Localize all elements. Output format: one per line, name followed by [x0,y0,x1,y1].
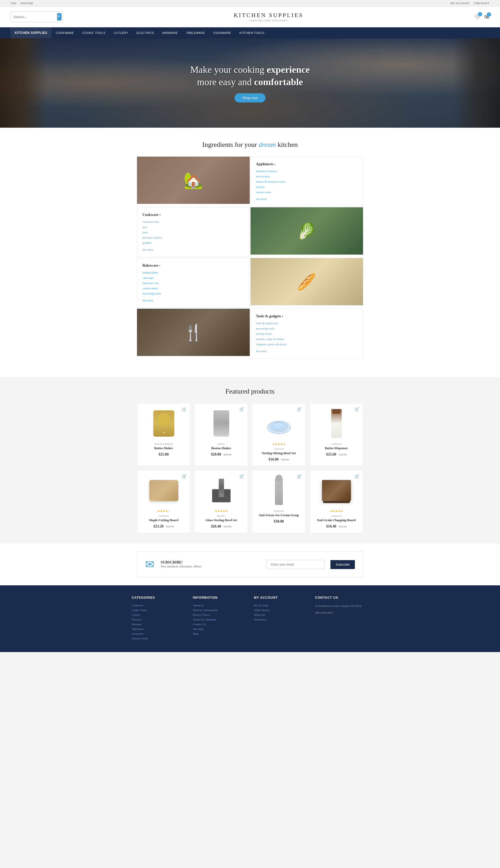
tools-title[interactable]: Tools & gadgets › [256,314,358,318]
add-to-cart-cutting-board[interactable]: 🛒 [182,474,187,479]
bakeware-see-more[interactable]: See more [143,299,153,302]
footer-info-blog[interactable]: Blog [193,632,246,635]
glass-bowl-stars: ★★★★★ [199,509,243,513]
hero-highlight1: experience [267,64,310,75]
nav-item-kitchen-tools[interactable]: Kitchen Tools [235,27,269,38]
cookware-link-pressure[interactable]: pressure cookers [143,236,162,239]
appliances-links: blenders & juicers microwaves mixers & f… [256,169,358,194]
appliances-link-toaster-ovens[interactable]: toaster ovens [256,190,271,193]
nav-item-cutlery[interactable]: Cutlery [110,27,133,38]
footer-account-newsletter[interactable]: Newsletter [254,618,307,621]
footer-cat-electrics[interactable]: Electrics [132,618,185,621]
footer-account-wish-list[interactable]: Wish List [254,613,307,616]
boston-shaker-category: cutlery [199,443,243,445]
cookware-link-pots[interactable]: pots [143,225,147,228]
brand-name: KITCHEN SUPPLIES [234,12,303,19]
ice-cream-scoop-name: Anti-Freeze-Ice-Cream-Scoop [257,513,301,517]
add-to-cart-butter-maker[interactable]: 🛒 [182,407,187,412]
cart-icon-btn[interactable]: 🛍 0 [484,14,489,20]
cookware-title[interactable]: Cookware › [143,213,244,217]
add-to-cart-chopping-board[interactable]: 🛒 [354,474,360,479]
bakeware-link-cookie[interactable]: cookie sheets [143,286,158,290]
product-cutting-board: 🛒 ★★★★★ cookware Maple-Cutting-Board $23… [137,470,190,533]
ice-cream-scoop-image [257,475,301,506]
footer-info-sitemap[interactable]: Site Map [193,627,246,631]
language-selector[interactable]: ENGLISH [21,2,33,5]
tools-link-mixing[interactable]: mixing bowls [256,332,272,335]
appliances-link-toasters[interactable]: toasters [256,185,265,188]
bakeware-link-cake-pans[interactable]: cake pans [143,276,154,279]
footer-cat-kitchen-tools[interactable]: Kitchen Tools [132,637,185,640]
tools-link-utensil[interactable]: tools & utensil sets [256,321,278,325]
cookware-link-sets[interactable]: cookware sets [143,220,159,223]
butter-maker-category: stock & multipots [141,443,186,445]
footer-info-privacy[interactable]: Privacy Policy [193,613,246,616]
main-content: Ingredients for your dream kitchen 🏡 App… [0,128,500,585]
appliances-link-mixers[interactable]: mixers & food processors [256,180,286,183]
search-input[interactable] [13,15,56,19]
bakeware-link-decorating[interactable]: decorating tools [143,292,161,295]
cookware-see-more[interactable]: See more [143,248,153,251]
footer-cat-cutlery[interactable]: Cutlery [132,613,185,616]
appliances-link-microwaves[interactable]: microwaves [256,175,270,178]
cookware-link-griddles[interactable]: griddles [143,241,152,244]
appliances-see-more[interactable]: See more [256,197,267,200]
footer-my-account-title: MY ACCOUNT [254,596,307,599]
footer-info-delivery[interactable]: Delivery Information [193,608,246,612]
search-button[interactable]: 🔍 [57,13,61,21]
footer-info-contact[interactable]: Contact Us [193,623,246,626]
featured-title: Featured products [11,387,489,395]
bakeware-link-dishes[interactable]: baking dishes [143,271,158,274]
bakeware-title[interactable]: Bakeware › [143,263,244,268]
search-box[interactable]: 🔍 [11,11,63,22]
nav-item-tableware[interactable]: Tableware [182,27,209,38]
footer-cat-cookware[interactable]: Cookware [132,604,185,607]
top-bar-right: MY ACCOUNT CHECKOUT [450,2,489,5]
add-to-cart-nesting-bowl[interactable]: 🛒 [297,407,302,412]
nav-item-cookware[interactable]: Cookware [52,27,78,38]
categories-grid: 🏡 Appliances › blenders & juicers microw… [137,156,363,359]
checkout-link[interactable]: CHECKOUT [474,2,489,5]
add-to-cart-butter-dispenser[interactable]: 🛒 [354,407,360,412]
footer-cat-ovenware[interactable]: Ovenware [132,632,185,635]
nav-item-cooks-tools[interactable]: Cooks' Tools [78,27,110,38]
search-icon: 🔍 [57,15,61,19]
appliances-title[interactable]: Appliances › [256,162,358,166]
add-to-cart-ice-cream-scoop[interactable]: 🛒 [297,474,302,479]
tools-link-utensils[interactable]: utensils, tongs & whisks [256,337,284,340]
footer-account-order-history[interactable]: Order History [254,608,307,612]
tools-link-measuring[interactable]: measuring tools [256,327,274,330]
nav-item-electrics[interactable]: Electrics [132,27,158,38]
tools-info: Tools & gadgets › tools & utensil sets m… [251,309,363,359]
footer-cat-tableware[interactable]: Tableware [132,627,185,631]
main-nav: KITCHEN SUPPLIES Cookware Cooks' Tools C… [0,27,500,38]
nav-item-ovenware[interactable]: Ovenware [209,27,235,38]
footer-cat-cooks-tools[interactable]: Cooks' Tools [132,608,185,612]
hero-banner: Make your cooking experience more easy a… [0,38,500,128]
footer-account-my-account[interactable]: My Account [254,604,307,607]
nav-item-kitchen-supplies[interactable]: KITCHEN SUPPLIES [11,27,52,38]
tools-link-choppers[interactable]: choppers, graters & slicers [256,343,287,346]
dream-kitchen-title: Ingredients for your dream kitchen [11,141,489,149]
currency-selector[interactable]: USD [11,2,16,5]
product-ice-cream-scoop: 🛒 cookware Anti-Freeze-Ice-Cream-Scoop $… [252,470,306,533]
nav-item-barware[interactable]: Barware [158,27,182,38]
butter-dispenser-category: cookware [314,443,359,445]
bakeware-link-sets[interactable]: bakeware sets [143,281,159,284]
footer-info-terms[interactable]: Terms & Conditions [193,618,246,621]
appliances-link-blenders[interactable]: blenders & juicers [256,169,277,173]
cutting-board-category: cookware [141,514,186,517]
shop-now-button[interactable]: Shop now [235,93,265,103]
wishlist-icon-btn[interactable]: 🤍 0 [474,14,480,20]
add-to-cart-glass-bowl[interactable]: 🛒 [239,474,245,479]
wishlist-badge: 0 [478,12,482,16]
footer-info-about[interactable]: About us [193,604,246,607]
my-account-link[interactable]: MY ACCOUNT [450,2,469,5]
footer-cat-barware[interactable]: Barware [132,623,185,626]
add-to-cart-boston-shaker[interactable]: 🛒 [239,407,245,412]
tools-see-more[interactable]: See more [256,349,267,353]
subscribe-email-input[interactable] [266,560,325,569]
cookware-link-pans[interactable]: pans [143,231,148,234]
subscribe-button[interactable]: Subscribe [330,560,355,569]
subscribe-section: ✉ SUBSCRIBE! New products, discounts, of… [0,543,500,585]
